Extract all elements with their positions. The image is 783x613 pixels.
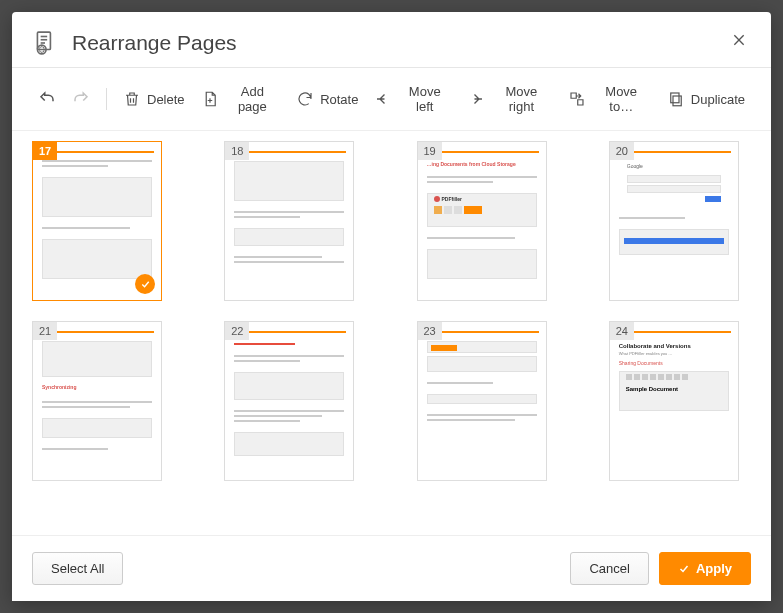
- page-preview: [228, 145, 350, 297]
- rotate-label: Rotate: [320, 92, 358, 107]
- rearrange-pages-dialog: Rearrange Pages Delete Add page Rotate M…: [12, 12, 771, 601]
- move-left-label: Move left: [398, 84, 451, 114]
- select-all-button[interactable]: Select All: [32, 552, 123, 585]
- select-all-label: Select All: [51, 561, 104, 576]
- arrow-left-icon: [374, 90, 392, 108]
- page-number: 21: [33, 322, 57, 340]
- toolbar-separator: [106, 88, 107, 110]
- duplicate-label: Duplicate: [691, 92, 745, 107]
- arrow-right-icon: [467, 90, 485, 108]
- page-number: 19: [418, 142, 442, 160]
- page-preview: [421, 325, 543, 477]
- close-button[interactable]: [727, 28, 751, 57]
- page-thumbnail-24[interactable]: Collaborate and Versions What PDFfiller …: [609, 321, 739, 481]
- page-thumbnail-21[interactable]: Synchronizing 21: [32, 321, 162, 481]
- page-gallery: 17 18 …ing Documents from Cloud Storage: [12, 130, 771, 535]
- page-preview: Collaborate and Versions What PDFfiller …: [613, 325, 735, 477]
- apply-button[interactable]: Apply: [659, 552, 751, 585]
- page-preview: …ing Documents from Cloud Storage PDFfil…: [421, 145, 543, 297]
- preview-sample-text: Sample Document: [620, 382, 728, 396]
- move-to-button[interactable]: Move to…: [560, 78, 659, 120]
- svg-rect-5: [673, 96, 681, 106]
- page-preview: Google: [613, 145, 735, 297]
- dialog-header: Rearrange Pages: [12, 12, 771, 67]
- undo-button[interactable]: [30, 84, 64, 114]
- apply-label: Apply: [696, 561, 732, 576]
- check-icon: [678, 563, 690, 575]
- page-number: 18: [225, 142, 249, 160]
- cancel-label: Cancel: [589, 561, 629, 576]
- delete-button[interactable]: Delete: [115, 84, 193, 114]
- page-thumbnail-17[interactable]: 17: [32, 141, 162, 301]
- redo-icon: [72, 90, 90, 108]
- toolbar: Delete Add page Rotate Move left Move ri…: [12, 68, 771, 130]
- page-gear-icon: [32, 30, 58, 56]
- rotate-button[interactable]: Rotate: [288, 84, 366, 114]
- duplicate-icon: [667, 90, 685, 108]
- redo-button[interactable]: [64, 84, 98, 114]
- move-to-label: Move to…: [592, 84, 651, 114]
- move-left-button[interactable]: Move left: [366, 78, 459, 120]
- page-thumbnail-22[interactable]: 22: [224, 321, 354, 481]
- preview-logo-text: PDFfiller: [442, 196, 463, 202]
- add-page-icon: [201, 90, 219, 108]
- preview-subhead: Sharing Documents: [613, 356, 735, 368]
- page-number: 23: [418, 322, 442, 340]
- page-number: 20: [610, 142, 634, 160]
- undo-icon: [38, 90, 56, 108]
- selected-badge: [135, 274, 155, 294]
- dialog-footer: Select All Cancel Apply: [12, 535, 771, 601]
- page-number: 17: [33, 142, 57, 160]
- rotate-icon: [296, 90, 314, 108]
- svg-rect-6: [671, 93, 679, 103]
- cancel-button[interactable]: Cancel: [570, 552, 648, 585]
- page-number: 22: [225, 322, 249, 340]
- page-number: 24: [610, 322, 634, 340]
- page-thumbnail-19[interactable]: …ing Documents from Cloud Storage PDFfil…: [417, 141, 547, 301]
- duplicate-button[interactable]: Duplicate: [659, 84, 753, 114]
- page-thumbnail-23[interactable]: 23: [417, 321, 547, 481]
- add-page-button[interactable]: Add page: [193, 78, 289, 120]
- page-thumbnail-18[interactable]: 18: [224, 141, 354, 301]
- dialog-title: Rearrange Pages: [72, 31, 727, 55]
- page-preview: [228, 325, 350, 477]
- close-icon: [731, 32, 747, 48]
- add-page-label: Add page: [225, 84, 281, 114]
- move-to-icon: [568, 90, 586, 108]
- trash-icon: [123, 90, 141, 108]
- check-icon: [140, 279, 151, 290]
- move-right-label: Move right: [491, 84, 552, 114]
- page-preview: Synchronizing: [36, 325, 158, 477]
- move-right-button[interactable]: Move right: [459, 78, 560, 120]
- preview-section-title: Synchronizing: [36, 380, 158, 394]
- page-thumbnail-20[interactable]: Google 20: [609, 141, 739, 301]
- delete-label: Delete: [147, 92, 185, 107]
